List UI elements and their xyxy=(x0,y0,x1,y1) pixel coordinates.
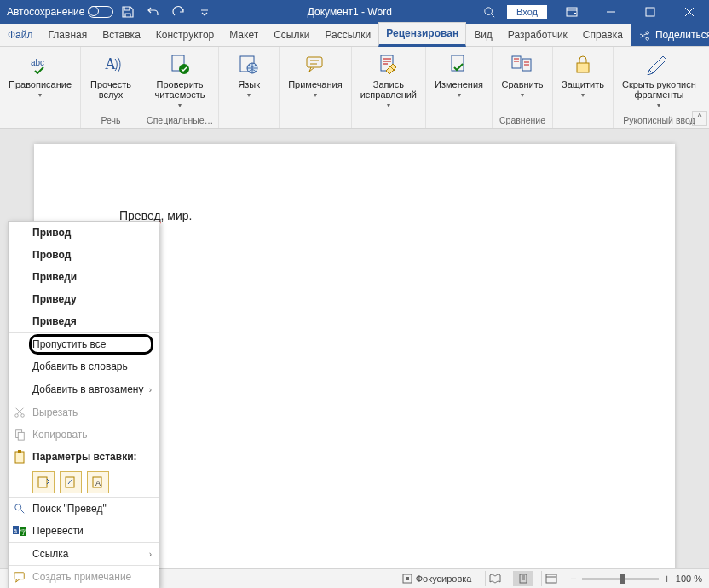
ignore-all-item[interactable]: Пропустить все xyxy=(9,332,159,355)
paste-text-only[interactable]: A xyxy=(87,471,109,493)
zoom-control: − + 100 % xyxy=(569,572,702,585)
toggle-switch-icon xyxy=(88,6,113,18)
compare-label: Сравнить xyxy=(501,79,543,89)
save-icon[interactable] xyxy=(117,0,139,24)
chevron-down-icon: ▾ xyxy=(387,101,390,109)
print-layout-view[interactable] xyxy=(513,571,533,586)
zoom-level[interactable]: 100 % xyxy=(676,574,702,584)
minimize-button[interactable] xyxy=(591,0,631,24)
zoom-in-button[interactable]: + xyxy=(664,572,671,585)
svg-point-16 xyxy=(21,414,25,418)
ribbon-display-options-icon[interactable] xyxy=(552,0,591,24)
track-changes-button[interactable]: Запись исправлений ▾ xyxy=(357,50,420,111)
maximize-button[interactable] xyxy=(631,0,670,24)
spelling-button[interactable]: abc Правописание ▾ xyxy=(5,50,75,101)
paste-keep-formatting[interactable] xyxy=(32,471,55,493)
svg-rect-2 xyxy=(646,8,654,16)
link-item[interactable]: Ссылка › xyxy=(9,542,159,565)
svg-text:abc: abc xyxy=(31,58,44,67)
tab-design[interactable]: Конструктор xyxy=(148,24,222,46)
login-button[interactable]: Вход xyxy=(507,5,547,19)
chevron-down-icon: ▾ xyxy=(38,91,42,99)
add-to-autocorrect-item[interactable]: Добавить в автозамену › xyxy=(9,378,159,401)
titlebar-right: Вход xyxy=(476,0,709,24)
suggestion-5[interactable]: Приведя xyxy=(9,310,159,332)
accessibility-icon xyxy=(166,52,193,78)
search-item[interactable]: Поиск "Превед" xyxy=(9,497,159,520)
submenu-arrow-icon: › xyxy=(149,385,152,395)
focus-label: Фокусировка xyxy=(416,574,472,584)
chevron-down-icon: ▾ xyxy=(581,91,585,99)
autocorrect-label: Добавить в автозамену xyxy=(32,383,144,395)
suggestion-3[interactable]: Приведи xyxy=(9,266,159,288)
language-icon xyxy=(235,52,262,78)
svg-rect-1 xyxy=(567,8,577,16)
compare-button[interactable]: Сравнить ▾ xyxy=(498,50,547,101)
zoom-out-button[interactable]: − xyxy=(569,572,576,585)
chevron-down-icon: ▾ xyxy=(521,91,524,99)
quick-access-toolbar: Автосохранение xyxy=(0,0,222,24)
check-accessibility-button[interactable]: Проверить читаемость ▾ xyxy=(152,50,209,111)
suggestion-1[interactable]: Привод xyxy=(9,222,159,244)
qat-dropdown-icon[interactable] xyxy=(193,0,216,24)
suggestion-2[interactable]: Провод xyxy=(9,244,159,266)
add-to-dictionary-item[interactable]: Добавить в словарь xyxy=(9,355,159,378)
ribbon-tabs: Файл Главная Вставка Конструктор Макет С… xyxy=(0,24,709,47)
comment-icon xyxy=(12,569,27,585)
paste-options-row: A xyxy=(9,468,159,497)
zoom-slider[interactable] xyxy=(582,578,659,580)
read-mode-view[interactable] xyxy=(485,571,504,586)
read-aloud-button[interactable]: A Прочесть вслух xyxy=(86,50,135,101)
group-label: Рукописный ввод xyxy=(623,114,695,128)
chevron-down-icon: ▾ xyxy=(458,91,461,99)
autosave-label: Автосохранение xyxy=(7,6,84,18)
check-accessibility-label: Проверить читаемость xyxy=(155,79,205,100)
tab-developer[interactable]: Разработчик xyxy=(500,24,575,46)
changes-button[interactable]: Изменения ▾ xyxy=(431,50,487,101)
focus-mode[interactable]: Фокусировка xyxy=(397,574,477,584)
search-icon xyxy=(12,501,27,516)
cut-label: Вырезать xyxy=(32,406,78,418)
collapse-ribbon-icon[interactable]: ^ xyxy=(692,111,707,126)
chevron-down-icon: ▾ xyxy=(657,101,660,109)
close-button[interactable] xyxy=(670,0,709,24)
chevron-down-icon: ▾ xyxy=(178,101,182,109)
share-button[interactable]: Поделиться xyxy=(631,24,709,46)
compare-icon xyxy=(509,52,536,78)
paste-merge-formatting[interactable] xyxy=(60,471,82,493)
translate-item[interactable]: а字 Перевести xyxy=(9,520,159,542)
undo-icon[interactable] xyxy=(142,0,164,24)
search-icon[interactable] xyxy=(476,6,502,18)
tab-mailings[interactable]: Рассылки xyxy=(317,24,378,46)
svg-rect-21 xyxy=(38,477,47,487)
comments-icon xyxy=(302,52,329,78)
ribbon: abc Правописание ▾ A Прочесть вслух Речь xyxy=(0,47,709,129)
suggestion-4[interactable]: Приведу xyxy=(9,288,159,310)
tab-review[interactable]: Рецензирован xyxy=(378,22,466,47)
link-label: Ссылка xyxy=(32,548,68,560)
title-bar: Автосохранение Документ1 - Word Вход xyxy=(0,0,709,24)
protect-button[interactable]: Защитить ▾ xyxy=(558,50,608,101)
redo-icon[interactable] xyxy=(168,0,190,24)
group-tracking: Запись исправлений ▾ xyxy=(352,47,426,128)
tab-home[interactable]: Главная xyxy=(41,24,95,46)
comments-button[interactable]: Примечания ▾ xyxy=(285,50,346,101)
new-comment-item[interactable]: Создать примечание xyxy=(9,565,159,588)
tab-insert[interactable]: Вставка xyxy=(95,24,148,46)
hide-ink-button[interactable]: Скрыть рукописн фрагменты ▾ xyxy=(619,50,700,111)
new-comment-label: Создать примечание xyxy=(32,571,131,583)
share-icon xyxy=(640,30,652,42)
language-button[interactable]: Язык ▾ xyxy=(224,50,274,101)
svg-text:字: 字 xyxy=(20,529,26,535)
tab-view[interactable]: Вид xyxy=(466,24,500,46)
changes-label: Изменения xyxy=(435,79,483,89)
autosave-toggle[interactable]: Автосохранение xyxy=(7,6,113,18)
group-language: Язык ▾ xyxy=(219,47,280,128)
tab-layout[interactable]: Макет xyxy=(222,24,266,46)
svg-text:A: A xyxy=(95,479,101,487)
tab-references[interactable]: Ссылки xyxy=(266,24,317,46)
tab-file[interactable]: Файл xyxy=(0,24,41,46)
web-layout-view[interactable] xyxy=(541,571,561,586)
tab-help[interactable]: Справка xyxy=(575,24,631,46)
svg-text:A: A xyxy=(105,55,116,72)
